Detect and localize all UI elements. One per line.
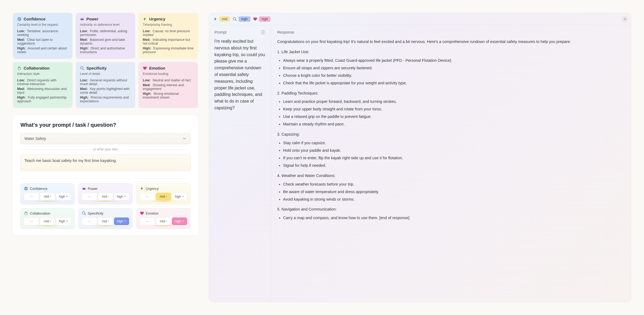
heart-icon [253,17,257,21]
response-item: Use a relaxed grip on the paddle to prev… [283,114,624,120]
def-med: Med: Key points highlighted with some de… [80,87,131,95]
level-none-button[interactable]: — [140,193,155,200]
search-icon [233,17,237,21]
response-list: Learn and practice proper forward, backw… [283,99,624,128]
ctrl-title: Power [88,187,98,191]
def-high: High: Precise requirements and expectati… [80,96,131,103]
response-column: Response Congratulations on your first k… [271,25,631,302]
level-high-button[interactable]: high •• [56,218,71,225]
level-none-button[interactable]: — [82,218,97,225]
def-med: Med: Indicating importance but not criti… [143,38,194,45]
def-title: Power [86,17,98,21]
response-section-title: 5. Navigation and Communication: [277,206,624,213]
prompt-card: What's your prompt / task / question? Wa… [13,115,198,236]
level-mid-button[interactable]: mid • [40,193,55,200]
response-item: Ensure all straps and zippers are secure… [283,65,624,71]
definition-card-collaboration: Collaboration Interaction style Low: Dir… [13,62,72,108]
def-subtitle: Authority vs deference level [80,23,131,27]
prompt-column: Prompt i I'm really excited but nervous … [209,25,271,302]
def-subtitle: Time/priority framing [143,23,194,27]
response-section-title: 3. Capsizing: [277,131,624,138]
control-card-confidence: Confidence — mid • high •• [20,183,75,204]
result-badges: midhighhigh [209,13,631,25]
crown-icon [80,17,84,21]
control-card-urgency: Urgency — mid • high •• [136,183,191,204]
response-item: Keep your upper body straight and rotate… [283,106,624,113]
def-subtitle: Emotional loading [143,72,194,76]
def-high: High: Direct and authoritative instructi… [80,46,131,54]
level-mid-button[interactable]: mid • [156,193,171,200]
def-subtitle: Level of detail [80,72,131,76]
control-card-collaboration: Collaboration — mid • high •• [20,208,75,229]
prompt-section-title: What's your prompt / task / question? [20,122,191,128]
response-item: Hold onto your paddle and kayak. [283,147,624,154]
response-item: Maintain a steady rhythm and pace. [283,121,624,128]
response-item: Signal for help if needed. [283,162,624,169]
heart-icon [143,66,147,70]
response-item: Learn and practice proper forward, backw… [283,99,624,105]
or-divider: or write your own [20,147,191,151]
level-none-button[interactable]: — [82,193,97,200]
level-high-button[interactable]: high •• [114,218,129,225]
level-none-button[interactable]: — [24,193,39,200]
result-panel: midhighhigh Prompt i I'm really excited … [209,13,631,302]
definition-card-urgency: Urgency Time/priority framing Low: Casua… [138,13,198,59]
topic-select[interactable]: Water Safety [20,133,191,144]
def-high: High: Assured and certain about needs [17,46,68,54]
prompt-label: Prompt [214,30,226,34]
level-none-button[interactable]: — [24,218,39,225]
control-card-emotion: Emotion — mid • high •• [136,208,191,229]
definition-card-power: Power Authority vs deference level Low: … [76,13,135,59]
def-med: Med: Showing interest and engagement [143,83,194,91]
def-title: Specificity [86,66,107,70]
response-section-title: 1. Life Jacket Use: [277,49,624,55]
def-title: Confidence [24,17,46,21]
response-item: Check that the life jacket is appropriat… [283,80,624,86]
level-high-button[interactable]: high •• [114,193,129,200]
definition-card-specificity: Specificity Level of detail Low: General… [76,62,135,108]
bolt-icon [143,17,147,21]
level-high-button[interactable]: high •• [56,193,71,200]
def-title: Collaboration [24,66,50,70]
close-button[interactable] [622,16,628,22]
svg-point-2 [19,19,20,19]
prompt-full-text: I'm really excited but nervous about my … [214,38,265,111]
response-item: Stay calm if you capsize. [283,140,624,146]
response-section-title: 4. Weather and Water Conditions: [277,173,624,179]
response-section-title: 2. Paddling Techniques: [277,90,624,97]
level-mid-button[interactable]: mid • [98,193,113,200]
badge-value: mid [219,16,230,22]
divider [20,178,191,179]
response-label: Response [277,30,624,34]
level-mid-button[interactable]: mid • [156,218,171,225]
def-low: Low: General requests without much detai… [80,78,131,86]
result-badge: high [233,16,250,22]
search-icon [82,211,86,215]
hands-icon [24,211,28,215]
level-high-button[interactable]: high •• [172,193,187,200]
ctrl-title: Emotion [146,211,159,215]
prompt-textarea[interactable] [20,154,191,171]
topic-select-value: Water Safety [24,136,46,141]
definitions-grid: Confidence Certainty level in the reques… [13,13,198,108]
response-item: Carry a map and compass, and know how to… [283,215,624,221]
response-item: Be aware of water temperature and dress … [283,189,624,195]
search-icon [80,66,84,70]
response-intro: Congratulations on your first kayaking t… [277,39,624,45]
level-mid-button[interactable]: mid • [98,218,113,225]
controls-grid: Confidence — mid • high •• Power — mid •… [20,183,191,229]
def-low: Low: Casual, no time pressure implied [143,29,194,37]
response-item: Choose a bright color for better visibil… [283,73,624,79]
level-high-button[interactable]: high •• [172,218,187,225]
target-icon [17,17,21,21]
bolt-icon [140,186,144,191]
bolt-icon [213,17,218,21]
response-item: Check weather forecasts before your trip… [283,181,624,188]
control-card-specificity: Specificity — mid • high •• [78,208,133,229]
response-item: Avoid kayaking in strong winds or storms… [283,196,624,203]
def-high: High: Fully engaged partnership approach [17,96,68,103]
level-none-button[interactable]: — [140,218,155,225]
info-icon[interactable]: i [261,30,265,34]
level-mid-button[interactable]: mid • [40,218,55,225]
response-item: If you can't re-enter, flip the kayak ri… [283,155,624,161]
